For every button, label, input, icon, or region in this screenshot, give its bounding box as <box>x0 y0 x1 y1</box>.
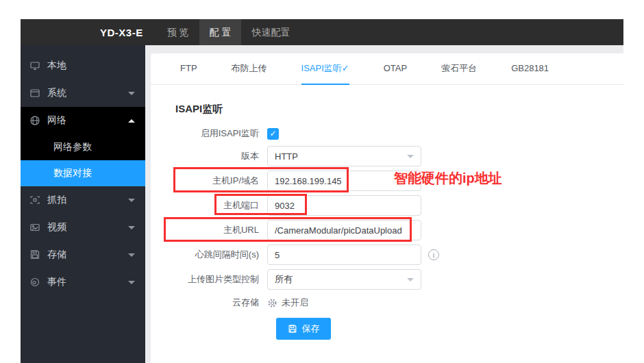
form-row-host-url: 主机URL <box>151 220 421 240</box>
sidebar-item-capture[interactable]: 抓拍 <box>21 186 145 214</box>
topbar: YD-X3-E 预 览 配 置 快速配置 <box>21 19 623 45</box>
form-row-host-port: 主机端口 <box>151 195 421 216</box>
host-port-input[interactable] <box>267 195 421 216</box>
tab-isapi-listen[interactable]: ISAPI监听✓ <box>301 53 349 85</box>
tab-ftp[interactable]: FTP <box>180 53 197 85</box>
sidebar-subitem-label: 网络参数 <box>53 141 92 153</box>
sidebar-item-storage[interactable]: 存储 <box>21 241 145 268</box>
version-label: 版本 <box>151 150 259 162</box>
save-button[interactable]: 保存 <box>276 318 331 340</box>
tab-arming-upload[interactable]: 布防上传 <box>232 53 267 85</box>
sidebar-item-video[interactable]: 视频 <box>21 214 145 241</box>
chevron-down-icon <box>128 281 135 284</box>
upload-type-value: 所有 <box>275 273 293 286</box>
host-ip-label: 主机IP/域名 <box>151 175 259 187</box>
cloud-storage-label: 云存储 <box>151 297 259 309</box>
chevron-down-icon <box>407 278 414 281</box>
tab-ezviz-platform[interactable]: 萤石平台 <box>441 53 477 85</box>
globe-icon <box>29 115 40 126</box>
chevron-up-icon <box>128 119 135 123</box>
chevron-down-icon <box>128 199 135 202</box>
version-select[interactable]: HTTP <box>267 146 421 166</box>
version-value: HTTP <box>275 151 298 162</box>
gear-icon[interactable] <box>267 298 277 308</box>
enable-isapi-label: 启用ISAPI监听 <box>151 127 259 140</box>
host-port-label: 主机端口 <box>151 199 259 212</box>
tab-preview[interactable]: 预 览 <box>157 19 199 45</box>
tab-gb28181[interactable]: GB28181 <box>511 53 549 85</box>
form-row-upload-type: 上传图片类型控制 所有 <box>151 269 421 290</box>
chevron-down-icon <box>128 253 135 257</box>
form-row-heartbeat: 心跳间隔时间(s) i <box>151 245 439 265</box>
chevron-down-icon <box>128 92 135 95</box>
monitor-icon <box>29 60 40 71</box>
upload-type-label: 上传图片类型控制 <box>151 273 259 286</box>
sidebar-group-network: 网络 网络参数 数据对接 <box>21 107 145 186</box>
annotation-ip-note: 智能硬件的ip地址 <box>394 169 502 188</box>
tab-quick-config[interactable]: 快速配置 <box>241 19 300 45</box>
topbar-tabs: 预 览 配 置 快速配置 <box>157 19 301 45</box>
sidebar-item-label: 抓拍 <box>47 194 66 206</box>
upload-type-select[interactable]: 所有 <box>267 269 421 290</box>
heartbeat-label: 心跳间隔时间(s) <box>151 249 259 261</box>
video-image-icon <box>29 222 40 233</box>
tab-otap[interactable]: OTAP <box>384 53 407 85</box>
form-row-host-ip: 主机IP/域名 <box>151 171 421 191</box>
sidebar-item-network[interactable]: 网络 <box>21 107 145 134</box>
sidebar-item-system[interactable]: 系统 <box>21 79 145 107</box>
enable-isapi-checkbox[interactable]: ✓ <box>267 128 279 140</box>
device-name: YD-X3-E <box>100 27 143 38</box>
sidebar-item-event[interactable]: 事件 <box>21 268 145 296</box>
sidebar-item-local[interactable]: 本地 <box>21 52 145 79</box>
sidebar-item-label: 事件 <box>47 276 66 288</box>
section-title: ISAPI监听 <box>175 103 223 116</box>
cloud-storage-status: 未开启 <box>282 297 308 309</box>
sidebar-item-label: 网络 <box>47 114 66 127</box>
sidebar-item-label: 系统 <box>47 87 66 99</box>
form-row-cloud: 云存储 未开启 <box>151 292 308 313</box>
sidebar-subitem-label: 数据对接 <box>53 167 92 179</box>
chevron-down-icon <box>128 226 135 229</box>
sidebar: 本地 系统 网络 网络参数 数据对接 <box>21 45 145 363</box>
sidebar-item-data-docking[interactable]: 数据对接 <box>21 160 145 186</box>
sidebar-item-label: 本地 <box>47 60 66 72</box>
sidebar-item-network-params[interactable]: 网络参数 <box>21 134 145 160</box>
save-disk-icon <box>288 324 297 334</box>
event-icon <box>29 277 40 288</box>
storage-disk-icon <box>29 249 40 260</box>
chevron-down-icon <box>407 155 414 158</box>
save-button-label: 保存 <box>302 323 320 335</box>
sidebar-item-label: 存储 <box>47 249 66 261</box>
system-window-icon <box>29 88 40 99</box>
form-row-version: 版本 HTTP <box>151 146 421 166</box>
heartbeat-input[interactable] <box>267 245 421 265</box>
content-tabs: FTP 布防上传 ISAPI监听✓ OTAP 萤石平台 GB28181 <box>151 53 623 85</box>
content-card: FTP 布防上传 ISAPI监听✓ OTAP 萤石平台 GB28181 ISAP… <box>151 53 623 363</box>
capture-icon <box>29 195 40 205</box>
form-row-enable: 启用ISAPI监听 ✓ <box>151 123 279 144</box>
host-url-label: 主机URL <box>151 224 259 236</box>
info-icon[interactable]: i <box>428 249 439 260</box>
sidebar-item-label: 视频 <box>47 221 66 234</box>
host-url-input[interactable] <box>267 220 421 240</box>
tab-configuration[interactable]: 配 置 <box>199 19 242 45</box>
page: YD-X3-E 预 览 配 置 快速配置 本地 系统 <box>0 0 644 363</box>
